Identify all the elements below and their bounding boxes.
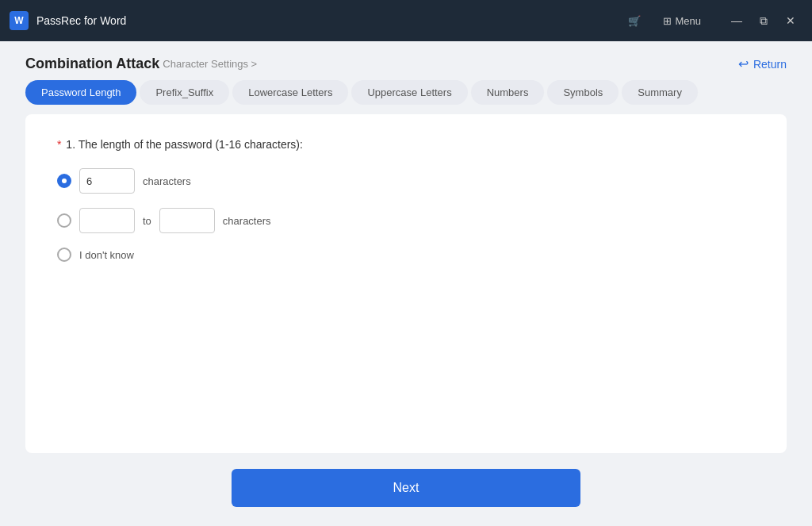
page-header: Combination Attack Character Settings > …: [0, 41, 812, 80]
cart-icon: 🛒: [628, 15, 641, 27]
radio-range[interactable]: [57, 213, 71, 228]
title-bar-right: 🛒 ⊞ Menu — ⧉ ✕: [623, 9, 802, 33]
app-icon: W: [10, 11, 29, 30]
next-button[interactable]: Next: [232, 469, 580, 507]
breadcrumb: Combination Attack Character Settings >: [25, 56, 257, 72]
cart-button[interactable]: 🛒: [623, 12, 645, 30]
option-row-exact: characters: [57, 168, 755, 194]
breadcrumb-main: Combination Attack: [25, 56, 159, 72]
return-label: Return: [753, 58, 787, 71]
main-panel: * 1. The length of the password (1-16 ch…: [25, 114, 787, 453]
option-row-range: to characters: [57, 208, 755, 233]
menu-label: Menu: [675, 15, 701, 27]
tab-password-length[interactable]: Password Length: [25, 80, 136, 105]
range-min-input[interactable]: [79, 208, 135, 233]
exact-characters-label: characters: [143, 175, 191, 187]
exact-length-input[interactable]: [79, 168, 135, 194]
option-row-unknown: I don't know: [57, 248, 755, 262]
tab-summary[interactable]: Summary: [622, 80, 698, 105]
unknown-label: I don't know: [79, 249, 134, 261]
breadcrumb-sub: Character Settings >: [163, 58, 257, 70]
app-title: PassRec for Word: [36, 14, 126, 27]
maximize-button[interactable]: ⧉: [752, 9, 776, 33]
tabs-bar: Password Length Prefix_Suffix Lowercase …: [0, 80, 812, 114]
to-label: to: [143, 215, 151, 227]
menu-button[interactable]: ⊞ Menu: [658, 12, 706, 30]
radio-exact[interactable]: [57, 174, 71, 188]
title-bar-left: W PassRec for Word: [10, 11, 126, 30]
range-characters-label: characters: [223, 215, 271, 227]
return-icon: ↩: [738, 56, 749, 71]
close-button[interactable]: ✕: [779, 9, 802, 33]
tab-prefix-suffix[interactable]: Prefix_Suffix: [140, 80, 229, 105]
window-controls: — ⧉ ✕: [725, 9, 802, 33]
required-marker: *: [57, 138, 61, 151]
question-text: 1. The length of the password (1-16 char…: [66, 138, 303, 151]
menu-icon: ⊞: [663, 15, 672, 27]
range-max-input[interactable]: [159, 208, 215, 233]
tab-uppercase-letters[interactable]: Uppercase Letters: [351, 80, 467, 105]
content-area: Combination Attack Character Settings > …: [0, 41, 812, 526]
minimize-button[interactable]: —: [725, 9, 749, 33]
tab-numbers[interactable]: Numbers: [471, 80, 545, 105]
question-label: * 1. The length of the password (1-16 ch…: [57, 138, 755, 151]
radio-unknown[interactable]: [57, 248, 71, 262]
return-button[interactable]: ↩ Return: [738, 56, 787, 71]
tab-symbols[interactable]: Symbols: [547, 80, 619, 105]
bottom-bar: Next: [0, 469, 812, 526]
tab-lowercase-letters[interactable]: Lowercase Letters: [232, 80, 348, 105]
title-bar: W PassRec for Word 🛒 ⊞ Menu — ⧉ ✕: [0, 0, 812, 41]
